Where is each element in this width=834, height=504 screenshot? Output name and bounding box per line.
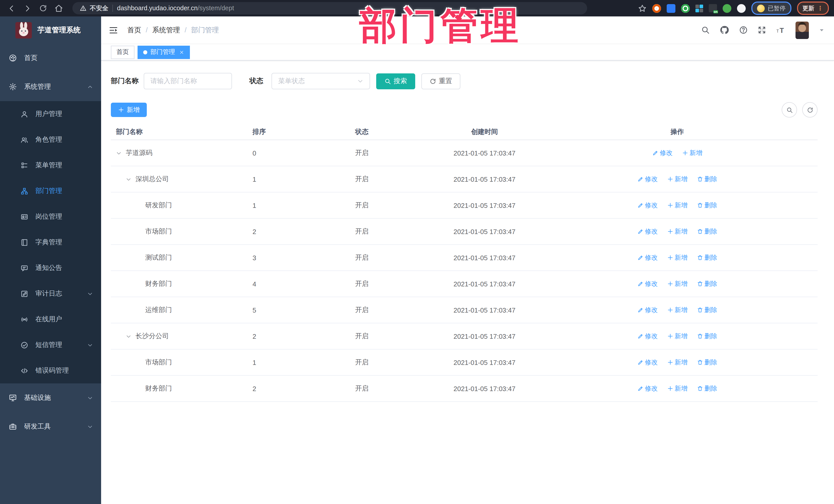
filter-form: 部门名称 请输入部门名称 状态 菜单状态 搜索 重置 <box>111 73 817 89</box>
row-action-删除[interactable]: 删除 <box>697 280 717 288</box>
reload-icon[interactable] <box>39 4 47 12</box>
sidebar-item-岗位管理[interactable]: 岗位管理 <box>0 204 101 229</box>
sidebar-item-在线用户[interactable]: 在线用户 <box>0 306 101 332</box>
extension-icon-green[interactable] <box>681 4 690 13</box>
row-action-新增[interactable]: 新增 <box>667 175 687 183</box>
expand-arrow-icon[interactable] <box>116 150 126 156</box>
row-action-新增[interactable]: 新增 <box>667 306 687 314</box>
row-action-修改[interactable]: 修改 <box>652 149 673 157</box>
update-button[interactable]: 更新 ⋮ <box>797 2 829 15</box>
reset-button[interactable]: 重置 <box>421 73 460 89</box>
bookmark-star-icon[interactable] <box>638 4 647 13</box>
row-action-删除[interactable]: 删除 <box>697 332 717 341</box>
user-menu-caret-icon[interactable] <box>819 27 825 33</box>
user-avatar[interactable] <box>795 21 809 39</box>
home-icon[interactable] <box>54 4 63 13</box>
row-action-修改[interactable]: 修改 <box>637 332 658 341</box>
row-action-删除[interactable]: 删除 <box>697 175 717 183</box>
sidebar-item-研发工具[interactable]: 研发工具 <box>0 412 101 441</box>
sidebar-item-首页[interactable]: 首页 <box>0 44 101 72</box>
row-action-修改[interactable]: 修改 <box>637 201 658 210</box>
profile-chip[interactable]: 已暂停 <box>751 2 791 15</box>
row-action-删除[interactable]: 删除 <box>697 253 717 262</box>
tab-首页[interactable]: 首页 <box>111 45 134 59</box>
sidebar-item-基础设施[interactable]: 基础设施 <box>0 384 101 412</box>
breadcrumb-item[interactable]: 首页 <box>127 25 141 35</box>
table-row[interactable]: 市场部门2开启2021-01-05 17:03:47修改新增删除 <box>111 219 817 245</box>
main-panel: 首页/系统管理/部门管理 TT 首页部门管理 部门名称 <box>101 17 834 504</box>
font-size-icon[interactable]: TT <box>776 25 786 35</box>
row-action-修改[interactable]: 修改 <box>637 306 658 314</box>
row-action-新增[interactable]: 新增 <box>667 227 687 236</box>
row-action-新增[interactable]: 新增 <box>667 358 687 367</box>
extension-icon-green-key[interactable] <box>723 4 731 13</box>
extension-icon-blue-gem[interactable] <box>667 4 675 13</box>
app-logo[interactable]: 芋道管理系统 <box>0 17 101 44</box>
row-action-修改[interactable]: 修改 <box>637 358 658 367</box>
sidebar-item-角色管理[interactable]: 角色管理 <box>0 127 101 152</box>
dept-name-input[interactable]: 请输入部门名称 <box>144 73 232 89</box>
table-row[interactable]: 市场部门1开启2021-01-05 17:03:47修改新增删除 <box>111 350 817 376</box>
add-button[interactable]: 新增 <box>111 103 147 117</box>
back-icon[interactable] <box>7 4 16 13</box>
sidebar-item-用户管理[interactable]: 用户管理 <box>0 101 101 127</box>
extension-icon-orange[interactable] <box>652 4 661 13</box>
row-action-新增[interactable]: 新增 <box>682 149 702 157</box>
row-action-新增[interactable]: 新增 <box>667 201 687 210</box>
row-action-修改[interactable]: 修改 <box>637 384 658 393</box>
expand-arrow-icon[interactable] <box>126 176 135 182</box>
tab-部门管理[interactable]: 部门管理 <box>137 45 190 59</box>
row-action-删除[interactable]: 删除 <box>697 358 717 367</box>
sidebar-item-部门管理[interactable]: 部门管理 <box>0 178 101 204</box>
table-row[interactable]: 长沙分公司2开启2021-01-05 17:03:47修改新增删除 <box>111 323 817 350</box>
table-row[interactable]: 运维部门5开启2021-01-05 17:03:47修改新增删除 <box>111 297 817 323</box>
table-row[interactable]: 深圳总公司1开启2021-01-05 17:03:47修改新增删除 <box>111 166 817 193</box>
search-button[interactable]: 搜索 <box>376 73 415 89</box>
row-action-修改[interactable]: 修改 <box>637 227 658 236</box>
extension-icon-switch-on[interactable]: on <box>709 4 717 12</box>
sidebar-item-审计日志[interactable]: 审计日志 <box>0 281 101 306</box>
hamburger-icon[interactable] <box>109 25 118 35</box>
sidebar-item-菜单管理[interactable]: 菜单管理 <box>0 152 101 178</box>
breadcrumb-item[interactable]: 系统管理 <box>152 25 180 35</box>
browser-menu-icon[interactable]: ⋮ <box>817 5 823 12</box>
table-row[interactable]: 测试部门3开启2021-01-05 17:03:47修改新增删除 <box>111 245 817 271</box>
sidebar-item-通知公告[interactable]: 通知公告 <box>0 255 101 281</box>
sidebar-item-字典管理[interactable]: 字典管理 <box>0 229 101 255</box>
github-icon[interactable] <box>720 25 729 35</box>
row-action-label: 修改 <box>645 253 658 262</box>
forward-icon[interactable] <box>23 4 32 13</box>
url-text[interactable]: dashboard.yudao.iocoder.cn/system/dept <box>117 5 234 12</box>
table-row[interactable]: 财务部门2开启2021-01-05 17:03:47修改新增删除 <box>111 376 817 402</box>
row-action-删除[interactable]: 删除 <box>697 201 717 210</box>
row-action-新增[interactable]: 新增 <box>667 253 687 262</box>
row-action-删除[interactable]: 删除 <box>697 227 717 236</box>
row-action-修改[interactable]: 修改 <box>637 175 658 183</box>
extension-icon-squares[interactable] <box>696 4 703 12</box>
header-search-icon[interactable] <box>701 26 710 35</box>
fullscreen-icon[interactable] <box>758 26 766 35</box>
org-tree-icon <box>21 187 28 195</box>
row-action-新增[interactable]: 新增 <box>667 280 687 288</box>
sidebar-item-错误码管理[interactable]: 错误码管理 <box>0 358 101 384</box>
extension-icon-puzzle[interactable] <box>737 4 746 13</box>
sidebar-item-label: 短信管理 <box>36 340 62 350</box>
table-row[interactable]: 财务部门4开启2021-01-05 17:03:47修改新增删除 <box>111 271 817 297</box>
tab-close-icon[interactable] <box>179 49 184 54</box>
status-select[interactable]: 菜单状态 <box>271 73 370 89</box>
toggle-search-button[interactable] <box>782 102 797 117</box>
row-action-新增[interactable]: 新增 <box>667 332 687 341</box>
security-label[interactable]: 不安全 <box>90 4 108 13</box>
refresh-table-button[interactable] <box>802 102 817 117</box>
row-action-删除[interactable]: 删除 <box>697 384 717 393</box>
expand-arrow-icon[interactable] <box>126 333 135 339</box>
row-action-删除[interactable]: 删除 <box>697 306 717 314</box>
sidebar-item-短信管理[interactable]: 短信管理 <box>0 332 101 358</box>
table-row[interactable]: 芋道源码0开启2021-01-05 17:03:47修改新增 <box>111 140 817 166</box>
table-row[interactable]: 研发部门1开启2021-01-05 17:03:47修改新增删除 <box>111 193 817 219</box>
row-action-修改[interactable]: 修改 <box>637 253 658 262</box>
row-action-新增[interactable]: 新增 <box>667 384 687 393</box>
help-icon[interactable] <box>739 26 748 35</box>
row-action-修改[interactable]: 修改 <box>637 280 658 288</box>
sidebar-item-系统管理[interactable]: 系统管理 <box>0 72 101 101</box>
